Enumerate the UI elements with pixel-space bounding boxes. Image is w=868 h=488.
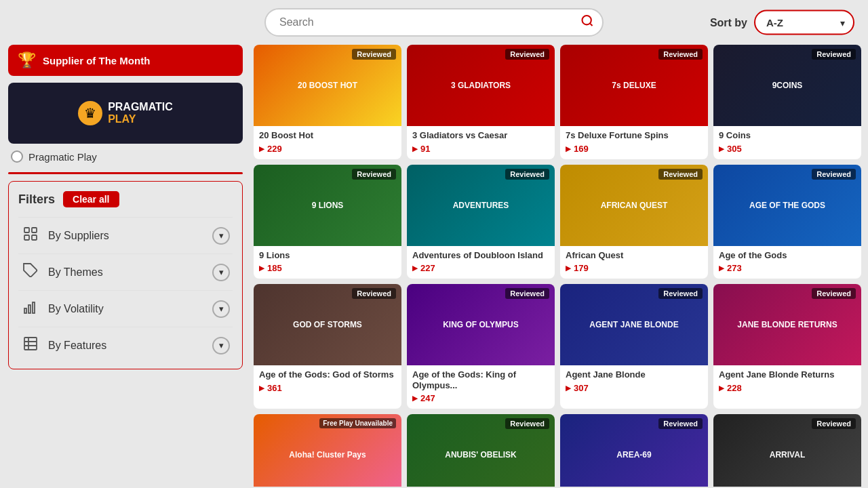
filter-item-themes[interactable]: By Themes ▾ bbox=[18, 253, 233, 290]
themes-icon bbox=[21, 262, 40, 282]
play-icon: ▶ bbox=[719, 145, 724, 152]
game-card[interactable]: 3 GLADIATORS Reviewed 3 Gladiators vs Ca… bbox=[407, 45, 555, 159]
play-count: 229 bbox=[267, 144, 282, 154]
svg-point-0 bbox=[583, 16, 591, 24]
suppliers-label: By Suppliers bbox=[48, 230, 109, 242]
game-plays: ▶ 169 bbox=[566, 144, 703, 154]
game-card[interactable]: Aloha! Cluster Pays Free Play Unavailabl… bbox=[254, 414, 401, 487]
pragmatic-play-label: Pragmatic Play bbox=[28, 151, 97, 163]
radio-button[interactable] bbox=[11, 150, 23, 163]
header: Sort by A-ZZ-AMost PlayedNewest ▾ bbox=[0, 0, 868, 45]
game-info: Age of the Gods: King of Olympus... ▶ 24… bbox=[407, 365, 555, 409]
play-count: 305 bbox=[727, 144, 742, 154]
clear-all-button[interactable]: Clear all bbox=[63, 191, 119, 207]
svg-rect-7 bbox=[24, 308, 26, 313]
supplier-radio-row: Pragmatic Play bbox=[8, 150, 243, 163]
play-count: 179 bbox=[574, 263, 589, 273]
game-card[interactable]: 9COINS Reviewed 9 Coins ▶ 305 bbox=[713, 45, 861, 159]
play-icon: ▶ bbox=[259, 145, 264, 152]
filter-left-volatility: By Volatility bbox=[21, 299, 104, 319]
play-icon: ▶ bbox=[719, 264, 724, 272]
filter-item-features[interactable]: By Features ▾ bbox=[18, 327, 233, 363]
game-card[interactable]: GOD OF STORMS Reviewed Age of the Gods: … bbox=[254, 284, 401, 409]
reviewed-badge: Reviewed bbox=[505, 49, 549, 60]
play-count: 227 bbox=[420, 263, 435, 273]
game-plays: ▶ 185 bbox=[259, 263, 396, 273]
game-info: Adventures of Doubloon Island ▶ 227 bbox=[407, 246, 555, 279]
reviewed-badge: Reviewed bbox=[812, 288, 856, 299]
trophy-icon: 🏆 bbox=[18, 52, 36, 69]
game-card[interactable]: ANUBIS' OBELISK Reviewed Anubis' Obelisk… bbox=[407, 414, 555, 487]
game-info: 7s Deluxe Fortune Spins ▶ 169 bbox=[560, 126, 708, 159]
reviewed-badge: Reviewed bbox=[352, 49, 396, 60]
features-icon bbox=[21, 336, 40, 355]
game-plays: ▶ 247 bbox=[412, 393, 549, 403]
pragmatic-logo: ♛ PRAGMATICPLAY bbox=[78, 101, 173, 125]
filter-left-suppliers: By Suppliers bbox=[21, 226, 109, 245]
filter-left-features: By Features bbox=[21, 336, 106, 355]
game-card[interactable]: JANE BLONDE RETURNS Reviewed Agent Jane … bbox=[713, 284, 861, 409]
svg-rect-8 bbox=[28, 305, 31, 313]
game-plays: ▶ 227 bbox=[412, 263, 549, 273]
svg-line-1 bbox=[590, 23, 593, 26]
free-play-badge: Free Play Unavailable bbox=[319, 418, 396, 428]
filter-left-themes: By Themes bbox=[21, 262, 103, 282]
game-card[interactable]: KING OF OLYMPUS Reviewed Age of the Gods… bbox=[407, 284, 555, 409]
play-count: 228 bbox=[727, 383, 742, 393]
filters-box: Filters Clear all By Suppliers ▾ bbox=[8, 181, 243, 369]
game-plays: ▶ 307 bbox=[566, 383, 703, 393]
game-name: African Quest bbox=[566, 250, 703, 261]
svg-rect-3 bbox=[32, 228, 37, 232]
sort-area: Sort by A-ZZ-AMost PlayedNewest ▾ bbox=[710, 10, 854, 35]
play-count: 91 bbox=[420, 144, 430, 154]
game-card[interactable]: 7s DELUXE Reviewed 7s Deluxe Fortune Spi… bbox=[560, 45, 708, 159]
play-icon: ▶ bbox=[412, 264, 418, 272]
game-plays: ▶ 228 bbox=[719, 383, 856, 393]
play-icon: ▶ bbox=[259, 264, 264, 272]
game-name: Age of the Gods bbox=[719, 250, 856, 261]
main-content: 🏆 Supplier of The Month ♛ PRAGMATICPLAY … bbox=[0, 45, 868, 487]
supplier-logo-box: ♛ PRAGMATICPLAY bbox=[8, 83, 243, 144]
sort-label: Sort by bbox=[710, 16, 747, 28]
game-card[interactable]: 9 LIONS Reviewed 9 Lions ▶ 185 bbox=[254, 165, 401, 279]
reviewed-badge: Reviewed bbox=[658, 288, 703, 299]
filter-item-suppliers[interactable]: By Suppliers ▾ bbox=[18, 217, 233, 253]
game-grid-area: 20 BOOST HOT Reviewed 20 Boost Hot ▶ 229… bbox=[251, 45, 868, 487]
game-card[interactable]: AGE OF THE GODS Reviewed Age of the Gods… bbox=[713, 165, 861, 279]
game-name: Agent Jane Blonde bbox=[566, 369, 703, 380]
reviewed-badge: Reviewed bbox=[658, 418, 703, 429]
reviewed-badge: Reviewed bbox=[812, 49, 856, 60]
play-icon: ▶ bbox=[566, 145, 571, 152]
play-icon: ▶ bbox=[719, 384, 724, 392]
game-info: 20 Boost Hot ▶ 229 bbox=[254, 126, 401, 159]
play-count: 361 bbox=[267, 383, 282, 393]
game-card[interactable]: AFRICAN QUEST Reviewed African Quest ▶ 1… bbox=[560, 165, 708, 279]
game-info: 9 Coins ▶ 305 bbox=[713, 126, 861, 159]
search-wrapper bbox=[264, 8, 604, 37]
game-name: 9 Coins bbox=[719, 130, 856, 141]
red-divider bbox=[8, 172, 243, 174]
game-card[interactable]: AGENT JANE BLONDE Reviewed Agent Jane Bl… bbox=[560, 284, 708, 409]
game-plays: ▶ 91 bbox=[412, 144, 549, 154]
game-card[interactable]: ADVENTURES Reviewed Adventures of Doublo… bbox=[407, 165, 555, 279]
reviewed-badge: Reviewed bbox=[812, 418, 856, 429]
supplier-of-month-title: Supplier of The Month bbox=[43, 55, 150, 66]
game-plays: ▶ 229 bbox=[259, 144, 396, 154]
svg-rect-5 bbox=[32, 235, 37, 240]
pragmatic-logo-text: PRAGMATICPLAY bbox=[108, 101, 173, 125]
game-name: Adventures of Doubloon Island bbox=[412, 250, 549, 261]
game-card[interactable]: AREA-69 Reviewed Area 69 ▶ 134 bbox=[560, 414, 708, 487]
filters-title: Filters bbox=[18, 192, 55, 207]
search-input[interactable] bbox=[264, 8, 604, 37]
play-icon: ▶ bbox=[412, 145, 418, 152]
play-icon: ▶ bbox=[412, 394, 418, 402]
svg-rect-4 bbox=[24, 235, 29, 240]
game-card[interactable]: ARRIVAL Reviewed Arrival ▶ 186 bbox=[713, 414, 861, 487]
sort-select[interactable]: A-ZZ-AMost PlayedNewest bbox=[754, 10, 854, 35]
sort-select-wrap: A-ZZ-AMost PlayedNewest ▾ bbox=[754, 10, 854, 35]
play-count: 273 bbox=[727, 263, 742, 273]
play-count: 185 bbox=[267, 263, 282, 273]
game-card[interactable]: 20 BOOST HOT Reviewed 20 Boost Hot ▶ 229 bbox=[254, 45, 401, 159]
filter-item-volatility[interactable]: By Volatility ▾ bbox=[18, 290, 233, 327]
reviewed-badge: Reviewed bbox=[505, 418, 549, 429]
